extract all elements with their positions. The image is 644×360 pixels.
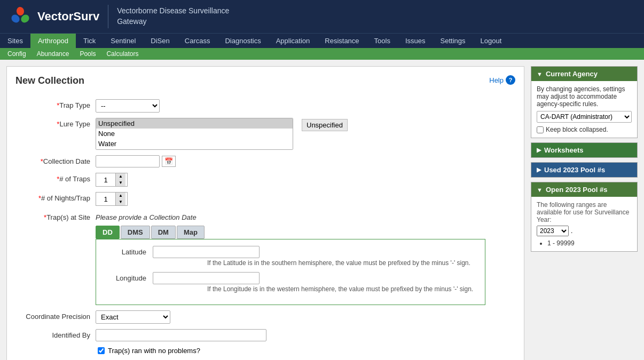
traps-at-site-label: *Trap(s) at Site [15,211,96,221]
num-traps-spinner-btns: ▲ ▼ [115,173,125,186]
page-title: New Collection [15,75,84,86]
open-pools-header[interactable]: ▼ Open 2023 Pool #s [531,182,637,197]
tab-dms[interactable]: DMS [121,226,150,239]
nav-sites[interactable]: Sites [0,34,30,48]
keep-collapsed-checkbox[interactable] [537,126,544,133]
sub-nav-config[interactable]: Config [2,49,32,59]
nav-arthropod[interactable]: Arthropod [30,34,76,48]
identified-by-row: Identified By [15,329,515,341]
open-pools-panel: ▼ Open 2023 Pool #s The following ranges… [531,182,638,252]
lure-type-row: *Lure Type Unspecified None Water Water … [15,118,515,150]
num-traps-label: *# of Traps [15,173,96,183]
no-problems-checkbox[interactable] [98,347,105,354]
sub-nav: Config Abundance Pools Calculators [0,48,644,60]
logo-icon [9,5,32,28]
trap-type-label: *Trap Type [15,99,96,109]
coord-box: Latitude If the Latitude is in the south… [96,239,485,305]
nav-disen[interactable]: DiSen [143,34,177,48]
nav-issues[interactable]: Issues [398,34,433,48]
nav-logout[interactable]: Logout [473,34,509,48]
sub-nav-abundance[interactable]: Abundance [32,49,75,59]
latitude-input[interactable] [153,246,260,258]
help-link[interactable]: Help ? [489,75,515,85]
pool-ranges-list: 1 - 99999 [537,239,632,247]
traps-at-site-row: *Trap(s) at Site Please provide a Collec… [15,211,515,305]
tab-dd[interactable]: DD [96,226,120,239]
longitude-label: Longitude [105,272,153,282]
num-traps-spinner: ▲ ▼ [96,173,128,187]
current-agency-body: By changing agencies, settings may adjus… [531,81,637,138]
agency-select[interactable]: CA-DART (Administrator) [537,111,632,123]
lure-type-label: *Lure Type [15,118,96,128]
date-input-wrap: 📅 [96,155,176,167]
nav-tick[interactable]: Tick [76,34,103,48]
open-pools-arrow-icon: ▼ [537,187,543,193]
sub-nav-pools[interactable]: Pools [74,49,101,59]
form-area: New Collection Help ? *Trap Type -- *Lur… [6,66,524,360]
lure-selected-badge: Unspecified [302,119,348,131]
nav-sentinel[interactable]: Sentinel [103,34,143,48]
identified-by-label: Identified By [15,329,96,339]
worksheets-arrow-icon: ▶ [537,147,541,154]
trap-type-row: *Trap Type -- [15,99,515,113]
nights-trap-row: *# of Nights/Trap ▲ ▼ [15,192,515,206]
num-traps-row: *# of Traps ▲ ▼ [15,173,515,187]
identified-by-input[interactable] [96,329,266,341]
worksheets-header[interactable]: ▶ Worksheets [531,143,637,157]
pool-year-select[interactable]: 2023 [537,226,569,236]
coord-precision-label: Coordinate Precision [15,310,96,321]
nav-diagnostics[interactable]: Diagnostics [217,34,268,48]
nav-tools[interactable]: Tools [367,34,398,48]
longitude-hint: If the Longitude is in the western hemis… [207,285,473,293]
num-traps-up[interactable]: ▲ [116,173,125,180]
tab-dm[interactable]: DM [151,226,176,239]
nav-settings[interactable]: Settings [433,34,473,48]
collection-date-row: *Collection Date 📅 [15,155,515,167]
longitude-input[interactable] [153,272,260,284]
num-traps-input[interactable] [96,175,115,185]
coord-precision-row: Coordinate Precision Exact Approximate C… [15,310,515,324]
keep-collapsed-row: Keep block collapsed. [537,126,632,133]
pool-range-item: 1 - 99999 [547,239,632,247]
nights-trap-input[interactable] [96,194,115,204]
current-agency-arrow-icon: ▼ [537,71,543,77]
pool-year-row: 2023 . [537,226,632,236]
latitude-row: Latitude If the Latitude is in the south… [105,246,476,267]
nav-application[interactable]: Application [269,34,318,48]
tab-map[interactable]: Map [177,226,205,239]
latitude-label: Latitude [105,246,153,256]
current-agency-panel: ▼ Current Agency By changing agencies, s… [531,66,638,138]
main-container: New Collection Help ? *Trap Type -- *Lur… [0,60,644,360]
num-traps-down[interactable]: ▼ [116,180,125,186]
checkbox-row: Trap(s) ran with no problems? [98,347,515,355]
traps-at-site-content: Please provide a Collection Date DD DMS … [96,211,485,305]
traps-at-site-msg: Please provide a Collection Date [96,211,485,221]
calendar-button[interactable]: 📅 [162,156,176,167]
lure-type-select[interactable]: Unspecified None Water Water (tap) [96,118,293,150]
nav-carcass[interactable]: Carcass [177,34,218,48]
nights-trap-spinner: ▲ ▼ [96,192,128,206]
current-agency-header[interactable]: ▼ Current Agency [531,67,637,81]
trap-type-select[interactable]: -- [96,99,160,113]
used-pools-header[interactable]: ▶ Used 2023 Pool #s [531,163,637,177]
open-pools-body: The following ranges are available for u… [531,197,637,251]
collection-date-label: *Collection Date [15,155,96,165]
no-problems-label: Trap(s) ran with no problems? [108,347,200,355]
app-subtitle: Vectorborne Disease Surveillance Gateway [117,6,229,27]
nights-trap-up[interactable]: ▲ [116,193,125,199]
nights-trap-label: *# of Nights/Trap [15,192,96,202]
sub-nav-calculators[interactable]: Calculators [101,49,144,59]
coord-precision-select[interactable]: Exact Approximate City County State [96,310,170,324]
nights-trap-spinner-btns: ▲ ▼ [115,193,125,205]
nights-trap-down[interactable]: ▼ [116,199,125,205]
coord-tabs: DD DMS DM Map [96,226,485,239]
logo-text: VectorSurv [37,10,99,23]
collection-date-input[interactable] [96,155,160,167]
worksheets-panel: ▶ Worksheets [531,142,638,158]
logo-area: VectorSurv [9,5,108,28]
latitude-hint: If the Latitude is in the southern hemis… [207,259,470,267]
nav-resistance[interactable]: Resistance [317,34,366,48]
used-pools-arrow-icon: ▶ [537,166,541,173]
sidebar: ▼ Current Agency By changing agencies, s… [531,66,638,360]
help-icon: ? [506,75,515,85]
